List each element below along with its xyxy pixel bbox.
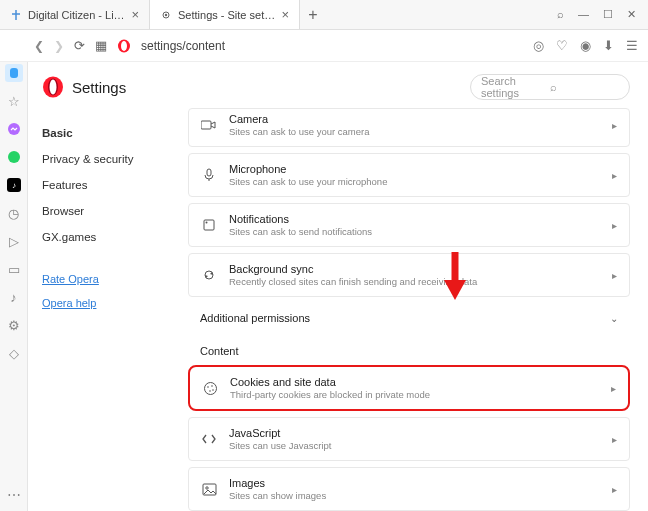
svg-text:♪: ♪ bbox=[12, 181, 16, 190]
cross-icon bbox=[10, 9, 22, 21]
minimize-icon[interactable]: — bbox=[578, 8, 589, 21]
rate-opera-link[interactable]: Rate Opera bbox=[42, 268, 188, 290]
svg-rect-14 bbox=[204, 220, 214, 230]
history-icon[interactable]: ◷ bbox=[5, 204, 23, 222]
row-title: Background sync bbox=[229, 263, 600, 275]
setting-camera[interactable]: CameraSites can ask to use your camera ▸ bbox=[188, 108, 630, 147]
image-icon bbox=[201, 481, 217, 497]
setting-images[interactable]: ImagesSites can show images ▸ bbox=[188, 467, 630, 511]
code-icon bbox=[201, 431, 217, 447]
pinboard-icon[interactable]: ◇ bbox=[5, 344, 23, 362]
additional-permissions[interactable]: Additional permissions ⌄ bbox=[188, 303, 630, 333]
download-icon[interactable]: ⬇ bbox=[603, 38, 614, 53]
settings-gear-icon[interactable]: ⚙ bbox=[5, 316, 23, 334]
row-sub: Recently closed sites can finish sending… bbox=[229, 276, 600, 287]
forward-button[interactable]: ❯ bbox=[54, 39, 64, 53]
gear-icon bbox=[160, 9, 172, 21]
address-text[interactable]: settings/content bbox=[141, 39, 523, 53]
row-sub: Sites can use Javascript bbox=[229, 440, 600, 451]
back-button[interactable]: ❮ bbox=[34, 39, 44, 53]
svg-point-20 bbox=[212, 389, 214, 391]
svg-point-17 bbox=[207, 386, 209, 388]
svg-point-11 bbox=[50, 80, 57, 95]
sidebar-item-basic[interactable]: Basic bbox=[42, 120, 188, 146]
chevron-right-icon: ▸ bbox=[611, 383, 616, 394]
snapshot-icon[interactable]: ◎ bbox=[533, 38, 544, 53]
search-icon: ⌕ bbox=[550, 81, 619, 93]
tab-strip: Digital Citizen - Life in a di × Setting… bbox=[0, 0, 545, 29]
opera-help-link[interactable]: Opera help bbox=[42, 292, 188, 314]
camera-icon bbox=[201, 117, 217, 133]
svg-point-6 bbox=[8, 151, 20, 163]
setting-cookies[interactable]: Cookies and site dataThird-party cookies… bbox=[188, 365, 630, 411]
row-sub: Sites can ask to send notifications bbox=[229, 226, 600, 237]
row-sub: Sites can show images bbox=[229, 490, 600, 501]
more-icon[interactable]: ⋯ bbox=[7, 487, 21, 503]
opera-icon bbox=[117, 39, 131, 53]
chevron-right-icon: ▸ bbox=[612, 434, 617, 445]
address-bar: ❮ ❯ ⟳ ▦ settings/content ◎ ♡ ◉ ⬇ ☰ bbox=[0, 30, 648, 62]
chevron-down-icon: ⌄ bbox=[610, 313, 618, 324]
settings-content: Settings Basic Privacy & security Featur… bbox=[28, 62, 648, 511]
svg-point-3 bbox=[121, 41, 127, 51]
new-tab-button[interactable]: + bbox=[300, 0, 326, 29]
search-settings-input[interactable]: Search settings ⌕ bbox=[470, 74, 630, 100]
sidebar-item-features[interactable]: Features bbox=[42, 172, 188, 198]
tab-digital-citizen[interactable]: Digital Citizen - Life in a di × bbox=[0, 0, 150, 29]
apps-icon[interactable]: ▦ bbox=[95, 38, 107, 53]
close-icon[interactable]: × bbox=[131, 7, 139, 22]
setting-notifications[interactable]: NotificationsSites can ask to send notif… bbox=[188, 203, 630, 247]
svg-point-15 bbox=[206, 222, 208, 224]
speed-dial-icon[interactable] bbox=[5, 64, 23, 82]
row-title: Cookies and site data bbox=[230, 376, 599, 388]
close-window-icon[interactable]: ✕ bbox=[627, 8, 636, 21]
settings-body: Search settings ⌕ CameraSites can ask to… bbox=[188, 62, 648, 511]
sidebar-item-browser[interactable]: Browser bbox=[42, 198, 188, 224]
send-icon[interactable]: ▷ bbox=[5, 232, 23, 250]
row-sub: Sites can ask to use your microphone bbox=[229, 176, 600, 187]
tab-settings[interactable]: Settings - Site settings × bbox=[150, 0, 300, 29]
svg-point-16 bbox=[204, 382, 216, 394]
messenger-icon[interactable] bbox=[5, 120, 23, 138]
settings-sidebar: Settings Basic Privacy & security Featur… bbox=[28, 62, 188, 511]
row-sub: Third-party cookies are blocked in priva… bbox=[230, 389, 599, 400]
row-sub: Sites can ask to use your camera bbox=[229, 126, 600, 137]
heart-icon[interactable]: ♡ bbox=[556, 38, 568, 53]
cookie-icon bbox=[202, 380, 218, 396]
setting-javascript[interactable]: JavaScriptSites can use Javascript ▸ bbox=[188, 417, 630, 461]
close-icon[interactable]: × bbox=[281, 7, 289, 22]
whatsapp-icon[interactable] bbox=[5, 148, 23, 166]
row-title: Images bbox=[229, 477, 600, 489]
chevron-right-icon: ▸ bbox=[612, 120, 617, 131]
row-title: Microphone bbox=[229, 163, 600, 175]
svg-point-1 bbox=[165, 13, 167, 15]
opera-logo-icon bbox=[42, 76, 64, 98]
chevron-right-icon: ▸ bbox=[612, 484, 617, 495]
bookmarks-icon[interactable]: ☆ bbox=[5, 92, 23, 110]
personal-news-icon[interactable]: ▭ bbox=[5, 260, 23, 278]
content-section-label: Content bbox=[188, 333, 630, 365]
microphone-icon bbox=[201, 167, 217, 183]
settings-header: Settings bbox=[42, 76, 188, 98]
sidebar-item-gxgames[interactable]: GX.games bbox=[42, 224, 188, 250]
tab-title: Settings - Site settings bbox=[178, 9, 275, 21]
left-app-bar: ☆ ♪ ◷ ▷ ▭ ♪ ⚙ ◇ ⋯ bbox=[0, 62, 28, 511]
profile-icon[interactable]: ◉ bbox=[580, 38, 591, 53]
sidebar-item-privacy[interactable]: Privacy & security bbox=[42, 146, 188, 172]
player-icon[interactable]: ♪ bbox=[5, 288, 23, 306]
search-icon[interactable]: ⌕ bbox=[557, 8, 564, 21]
row-title: Camera bbox=[229, 113, 600, 125]
svg-rect-13 bbox=[207, 169, 211, 176]
search-placeholder: Search settings bbox=[481, 75, 550, 99]
titlebar: Digital Citizen - Life in a di × Setting… bbox=[0, 0, 648, 30]
setting-microphone[interactable]: MicrophoneSites can ask to use your micr… bbox=[188, 153, 630, 197]
chevron-right-icon: ▸ bbox=[612, 270, 617, 281]
maximize-icon[interactable]: ☐ bbox=[603, 8, 613, 21]
setting-background-sync[interactable]: Background syncRecently closed sites can… bbox=[188, 253, 630, 297]
easy-setup-icon[interactable]: ☰ bbox=[626, 38, 638, 53]
tiktok-icon[interactable]: ♪ bbox=[5, 176, 23, 194]
svg-point-19 bbox=[209, 390, 211, 392]
svg-rect-4 bbox=[10, 68, 18, 78]
reload-button[interactable]: ⟳ bbox=[74, 38, 85, 53]
svg-point-22 bbox=[205, 486, 207, 488]
